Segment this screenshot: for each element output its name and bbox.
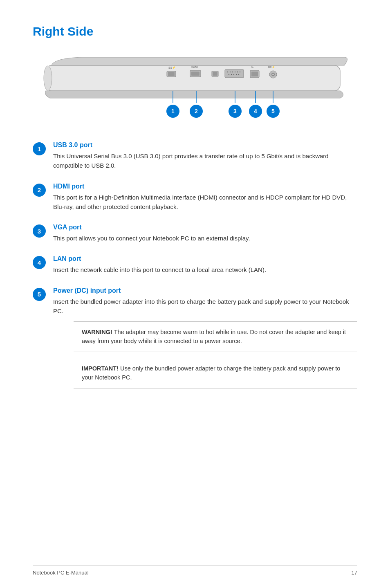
laptop-diagram: SS⚡ HDMI [33,50,357,123]
svg-text:4: 4 [254,108,257,114]
svg-text:DC⚡: DC⚡ [268,65,275,69]
notice-label: WARNING! [82,329,112,335]
svg-point-13 [232,72,233,72]
port-section-4: 4LAN portInsert the network cable into t… [33,255,357,274]
port-title-4: LAN port [53,255,266,263]
svg-rect-4 [168,72,175,76]
port-content-1: USB 3.0 portThis Universal Serial Bus 3.… [53,141,357,171]
svg-point-28 [272,74,274,75]
port-content-5: Power (DC) input portInsert the bundled … [53,287,357,388]
notice-box-warning: WARNING! The adapter may become warm to … [74,321,357,352]
footer-right: 17 [352,570,357,576]
port-desc-3: This port allows you to connect your Not… [53,233,250,243]
svg-point-19 [233,74,234,75]
svg-point-18 [231,74,232,75]
port-title-5: Power (DC) input port [53,287,357,294]
svg-rect-24 [251,72,258,76]
port-desc-1: This Universal Serial Bus 3.0 (USB 3.0) … [53,151,357,171]
port-title-2: HDMI port [53,183,357,190]
svg-text:5: 5 [271,108,275,114]
svg-text:品: 品 [251,66,253,68]
port-title-3: VGA port [53,224,250,231]
svg-point-17 [229,74,229,75]
port-section-3: 3VGA portThis port allows you to connect… [33,224,357,243]
svg-rect-7 [191,72,199,76]
port-title-1: USB 3.0 port [53,141,357,149]
svg-point-15 [237,72,238,72]
svg-rect-10 [225,70,244,78]
port-desc-2: This port is for a High-Definition Multi… [53,193,357,212]
svg-point-14 [235,72,235,72]
port-content-4: LAN portInsert the network cable into th… [53,255,266,274]
port-desc-5: Insert the bundled power adapter into th… [53,297,357,316]
port-badge-3: 3 [33,224,46,238]
svg-point-21 [238,74,239,75]
port-section-5: 5Power (DC) input portInsert the bundled… [33,287,357,388]
port-desc-4: Insert the network cable into this port … [53,265,266,274]
svg-text:HDMI: HDMI [191,65,198,68]
svg-text:SS⚡: SS⚡ [168,66,176,70]
port-content-2: HDMI portThis port is for a High-Definit… [53,183,357,212]
svg-point-16 [240,72,240,72]
svg-point-1 [44,66,52,90]
svg-point-20 [236,74,237,75]
footer-left: Notebook PC E-Manual [33,570,89,576]
port-badge-5: 5 [33,288,46,301]
port-content-3: VGA portThis port allows you to connect … [53,224,250,243]
page-footer: Notebook PC E-Manual 17 [33,565,357,576]
svg-text:2: 2 [195,108,198,114]
svg-point-12 [230,72,231,72]
notice-label: IMPORTANT! [82,365,119,372]
svg-rect-9 [213,72,217,76]
port-badge-1: 1 [33,142,46,155]
svg-rect-0 [46,65,340,91]
svg-text:3: 3 [233,108,237,114]
port-badge-2: 2 [33,184,46,197]
port-section-1: 1USB 3.0 portThis Universal Serial Bus 3… [33,141,357,171]
port-badge-4: 4 [33,256,46,269]
svg-text:1: 1 [171,108,175,114]
port-section-2: 2HDMI portThis port is for a High-Defini… [33,183,357,212]
page-title: Right Side [33,25,357,38]
svg-point-11 [227,72,228,72]
notice-box-important: IMPORTANT! Use only the bundled power ad… [74,358,357,388]
port-list: 1USB 3.0 portThis Universal Serial Bus 3… [33,141,357,388]
